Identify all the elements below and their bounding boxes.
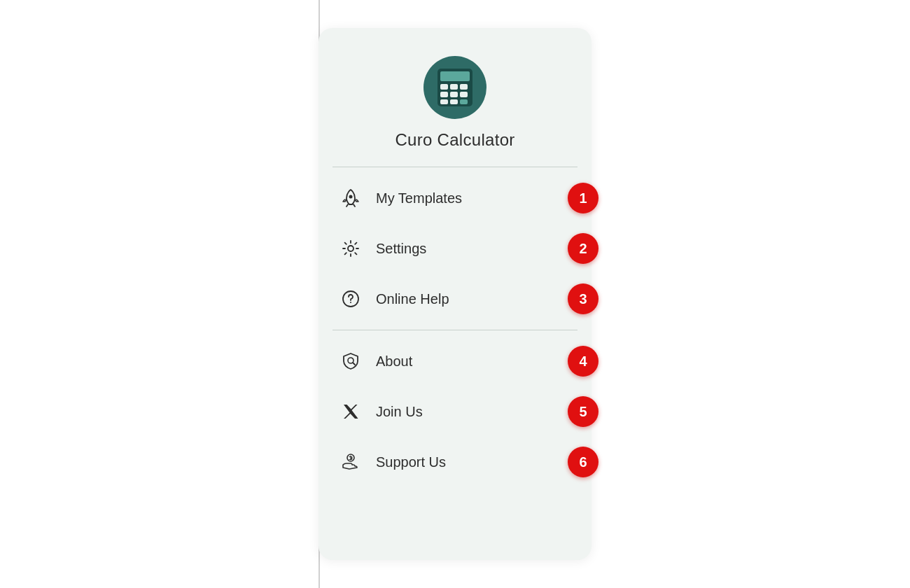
app-logo	[424, 56, 486, 119]
page-container: Curo Calculator My Templates 1	[0, 0, 910, 588]
badge-5: 5	[568, 396, 598, 427]
menu-section-2: About 4 Join Us 5	[318, 330, 592, 493]
sidebar-item-settings[interactable]: Settings 2	[318, 223, 592, 274]
badge-1: 1	[568, 183, 598, 214]
sidebar-item-support-us[interactable]: Support Us 6	[318, 437, 592, 487]
sidebar-item-my-templates[interactable]: My Templates 1	[318, 173, 592, 223]
calculator-icon	[430, 63, 479, 112]
svg-rect-8	[440, 99, 448, 104]
svg-rect-10	[460, 99, 468, 104]
gear-icon	[338, 236, 363, 261]
about-label: About	[376, 354, 572, 370]
svg-rect-2	[440, 84, 448, 90]
support-us-label: Support Us	[376, 454, 572, 470]
badge-2: 2	[568, 233, 598, 264]
svg-point-12	[348, 246, 354, 251]
badge-6: 6	[568, 447, 598, 477]
svg-point-11	[349, 195, 353, 199]
svg-rect-7	[460, 92, 468, 97]
svg-rect-3	[450, 84, 458, 90]
sidebar-item-online-help[interactable]: Online Help 3	[318, 274, 592, 324]
badge-4: 4	[568, 346, 598, 377]
menu-section-1: My Templates 1 Settings 2	[318, 167, 592, 330]
svg-rect-4	[460, 84, 468, 90]
badge-3: 3	[568, 284, 598, 314]
drawer-card: Curo Calculator My Templates 1	[318, 28, 592, 560]
settings-label: Settings	[376, 241, 572, 257]
join-us-label: Join Us	[376, 404, 572, 420]
rocket-icon	[338, 186, 363, 211]
help-circle-icon	[338, 286, 363, 312]
online-help-label: Online Help	[376, 291, 572, 307]
svg-point-14	[350, 302, 351, 303]
x-twitter-icon	[338, 399, 363, 424]
svg-rect-9	[450, 99, 458, 104]
app-header: Curo Calculator	[318, 49, 592, 167]
app-title: Curo Calculator	[395, 130, 514, 150]
dollar-hand-icon	[338, 449, 363, 475]
svg-rect-5	[440, 92, 448, 97]
shield-search-icon	[338, 349, 363, 374]
sidebar-item-join-us[interactable]: Join Us 5	[318, 386, 592, 437]
my-templates-label: My Templates	[376, 190, 572, 206]
svg-rect-6	[450, 92, 458, 97]
sidebar-item-about[interactable]: About 4	[318, 336, 592, 386]
svg-rect-1	[440, 71, 470, 81]
